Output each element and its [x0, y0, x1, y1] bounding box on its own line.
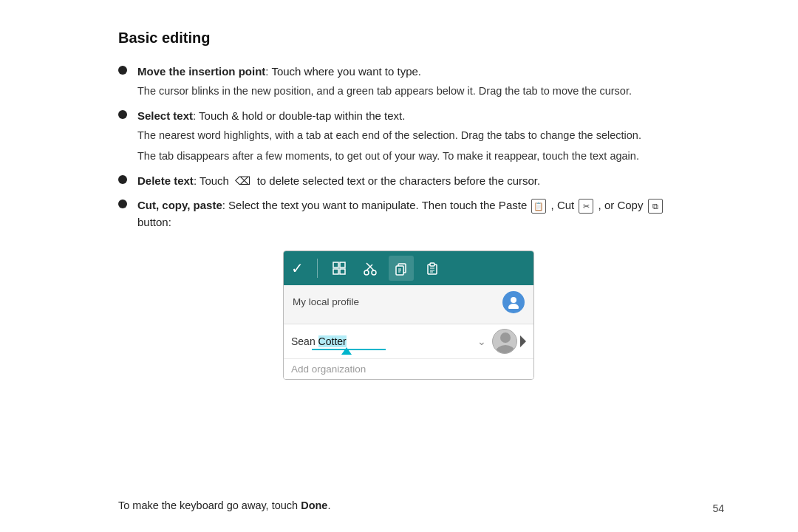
screenshot-mockup: ✓ [283, 250, 534, 380]
svg-point-22 [496, 345, 515, 354]
copy-toolbar-icon [389, 256, 414, 281]
bullet-select-main: Select text: Touch & hold or double-tap … [137, 107, 680, 124]
bullet-cut-copy-paste-main: Cut, copy, paste: Select the text you wa… [137, 197, 680, 231]
contact-area: My local profile [284, 285, 533, 324]
cursor-indicator [341, 347, 352, 355]
svg-point-19 [511, 297, 516, 303]
page-content: Basic editing Move the insertion point: … [0, 0, 798, 420]
contact-name-text: Sean Cotter [291, 335, 347, 347]
cut-toolbar-icon [358, 256, 383, 281]
contact-org-placeholder: Add organization [291, 364, 366, 375]
name-field-wrapper: Sean Cotter [291, 335, 471, 347]
bullet-delete-main: Delete text: Touch ⌫ to delete selected … [137, 172, 680, 189]
bullet-move-label: Move the insertion point [137, 65, 265, 78]
svg-rect-0 [333, 262, 338, 267]
bullet-item-cut-copy-paste: Cut, copy, paste: Select the text you wa… [118, 197, 680, 383]
page-footer: To make the keyboard go away, touch Done… [118, 498, 680, 514]
contact-avatar-large [492, 329, 517, 354]
svg-rect-1 [340, 262, 345, 267]
svg-point-4 [364, 270, 369, 275]
bullet-dot [118, 200, 127, 208]
toolbar-bar: ✓ [284, 251, 533, 285]
contact-org-row: Add organization [284, 358, 533, 379]
toolbar-divider [317, 259, 318, 278]
bullet-dot [118, 110, 127, 119]
svg-point-5 [372, 270, 376, 275]
bullet-dot [118, 175, 127, 184]
bullet-ccp-label: Cut, copy, paste [137, 199, 222, 211]
copy-icon: ⧉ [648, 199, 663, 214]
contact-profile-label: My local profile [293, 296, 359, 307]
expand-arrow-icon [520, 335, 526, 347]
paste-icon: 📋 [531, 199, 546, 214]
chevron-down-icon: ⌄ [477, 335, 486, 347]
bullet-list: Move the insertion point: Touch where yo… [118, 63, 680, 383]
bullet-item-select: Select text: Touch & hold or double-tap … [118, 107, 680, 165]
svg-line-6 [366, 267, 370, 270]
bullet-content-delete: Delete text: Touch ⌫ to delete selected … [137, 172, 680, 189]
bullet-item-move: Move the insertion point: Touch where yo… [118, 63, 680, 100]
screenshot-wrapper: ✓ [137, 240, 680, 380]
bullet-ccp-suffix3: , or Copy [595, 199, 646, 211]
bullet-content-move: Move the insertion point: Touch where yo… [137, 63, 680, 100]
footer-text: To make the keyboard go away, touch Done… [118, 498, 680, 514]
bullet-move-suffix: : Touch where you want to type. [265, 65, 421, 78]
bullet-dot [118, 66, 127, 75]
bullet-select-label: Select text [137, 109, 193, 122]
grid-icon [327, 256, 352, 281]
page-number: 54 [712, 502, 724, 514]
bullet-content-cut-copy-paste: Cut, copy, paste: Select the text you wa… [137, 197, 680, 383]
bullet-ccp-suffix4: button: [137, 216, 171, 228]
bullet-move-sub: The cursor blinks in the new position, a… [137, 83, 680, 99]
footer-text-pre: To make the keyboard go away, touch [118, 499, 301, 511]
bullet-item-delete: Delete text: Touch ⌫ to delete selected … [118, 172, 680, 189]
paste-toolbar-icon [420, 256, 445, 281]
contact-name-pre: Sean [291, 335, 318, 347]
bullet-delete-label: Delete text [137, 174, 194, 187]
footer-text-end: . [327, 499, 330, 511]
svg-rect-3 [340, 269, 345, 274]
check-icon: ✓ [291, 259, 304, 277]
svg-rect-15 [430, 263, 434, 266]
bullet-move-main: Move the insertion point: Touch where yo… [137, 63, 680, 80]
bullet-ccp-suffix2: , Cut [548, 199, 577, 211]
bullet-content-select: Select text: Touch & hold or double-tap … [137, 107, 680, 165]
contact-name-row: Sean Cotter ⌄ [284, 324, 533, 358]
bullet-select-sub1: The nearest word highlights, with a tab … [137, 127, 680, 143]
svg-rect-2 [333, 269, 338, 274]
svg-point-20 [508, 304, 519, 309]
bullet-select-suffix: : Touch & hold or double-tap within the … [193, 109, 405, 122]
cut-icon: ✂ [579, 199, 593, 214]
bullet-ccp-suffix1: : Select the text you want to manipulate… [222, 199, 531, 211]
page-title: Basic editing [118, 30, 680, 47]
footer-done-bold: Done [301, 499, 327, 511]
svg-line-8 [370, 265, 372, 267]
bullet-select-sub2: The tab disappears after a few moments, … [137, 148, 680, 164]
bullet-delete-suffix: : Touch ⌫ to delete selected text or the… [194, 174, 540, 187]
contact-name-highlight: Cotter [318, 335, 347, 347]
contact-avatar-small [502, 291, 525, 313]
contact-profile-row: My local profile [293, 291, 525, 313]
svg-point-21 [500, 332, 511, 343]
